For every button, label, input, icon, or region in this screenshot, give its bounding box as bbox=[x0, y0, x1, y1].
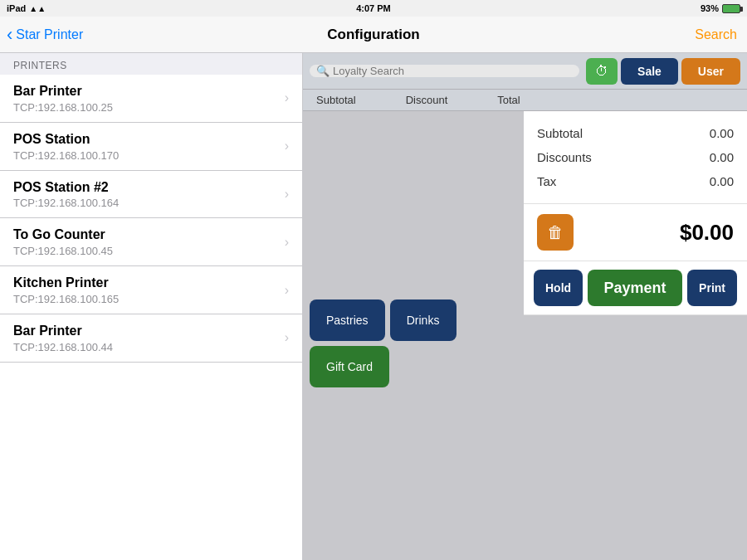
printer-address: TCP:192.168.100.164 bbox=[13, 197, 285, 209]
device-label: iPad bbox=[7, 3, 26, 13]
right-panel: 🔍 ⏱ Sale User Subtotal Discount Total Pa… bbox=[303, 53, 747, 560]
right-bottom bbox=[524, 315, 747, 560]
subtotal-label: Subtotal bbox=[537, 126, 583, 140]
sale-button[interactable]: Sale bbox=[621, 58, 678, 85]
subtotal-row: Subtotal 0.00 bbox=[537, 121, 734, 145]
wifi-icon: ▲▲ bbox=[29, 4, 46, 13]
printer-name: POS Station #2 bbox=[13, 179, 285, 197]
printers-section-header: PRINTERS bbox=[0, 53, 302, 75]
tax-value: 0.00 bbox=[710, 174, 734, 188]
total-row: 🗑 $0.00 bbox=[524, 204, 747, 261]
status-time: 4:07 PM bbox=[356, 3, 391, 13]
list-item[interactable]: To Go Counter TCP:192.168.100.45 › bbox=[0, 218, 302, 266]
search-button[interactable]: Search bbox=[695, 27, 737, 42]
col-discount: Discount bbox=[406, 94, 448, 106]
status-bar: iPad ▲▲ 4:07 PM 93% bbox=[0, 0, 747, 17]
printer-address: TCP:192.168.100.170 bbox=[13, 149, 285, 162]
list-item-content: Bar Printer TCP:192.168.100.25 bbox=[13, 83, 285, 114]
category-button-giftcard[interactable]: Gift Card bbox=[310, 346, 389, 387]
list-item[interactable]: POS Station TCP:192.168.100.170 › bbox=[0, 123, 302, 171]
main-layout: PRINTERS Bar Printer TCP:192.168.100.25 … bbox=[0, 53, 747, 560]
list-item[interactable]: Bar Printer TCP:192.168.100.44 › bbox=[0, 314, 302, 363]
loyalty-search-bar[interactable]: 🔍 bbox=[310, 65, 579, 77]
printer-address: TCP:192.168.100.45 bbox=[13, 245, 285, 257]
chevron-icon: › bbox=[285, 90, 289, 105]
nav-left: ‹ Star Printer bbox=[0, 26, 149, 44]
discounts-label: Discounts bbox=[537, 150, 592, 164]
action-row: Hold Payment Print bbox=[524, 261, 747, 315]
trash-button[interactable]: 🗑 bbox=[537, 214, 574, 251]
printer-name: POS Station bbox=[13, 131, 285, 149]
clock-button[interactable]: ⏱ bbox=[586, 58, 618, 85]
printer-name: Kitchen Printer bbox=[13, 275, 285, 292]
search-icon: 🔍 bbox=[316, 65, 330, 77]
chevron-icon: › bbox=[285, 139, 289, 153]
loyalty-search-input[interactable] bbox=[333, 65, 573, 77]
column-headers: Subtotal Discount Total bbox=[303, 90, 747, 111]
discounts-value: 0.00 bbox=[710, 150, 734, 164]
printer-name: Bar Printer bbox=[13, 83, 285, 100]
printer-name: To Go Counter bbox=[13, 226, 285, 244]
printer-name: Bar Printer bbox=[13, 323, 285, 340]
status-right: 93% bbox=[701, 3, 740, 13]
battery-label: 93% bbox=[701, 3, 719, 13]
category-button-pastries[interactable]: Pastries bbox=[310, 299, 385, 341]
status-left: iPad ▲▲ bbox=[7, 3, 46, 13]
print-button[interactable]: Print bbox=[687, 270, 737, 306]
col-total: Total bbox=[497, 94, 520, 106]
nav-bar: ‹ Star Printer Configuration Search bbox=[0, 17, 747, 53]
subtotal-value: 0.00 bbox=[710, 126, 734, 140]
summary-rows: Subtotal 0.00 Discounts 0.00 Tax 0.00 bbox=[524, 111, 747, 204]
printers-list: Bar Printer TCP:192.168.100.25 › POS Sta… bbox=[0, 75, 302, 560]
back-arrow-icon: ‹ bbox=[7, 26, 12, 44]
list-item-content: POS Station TCP:192.168.100.170 bbox=[13, 131, 285, 162]
order-area: Pastries Drinks Gift Card bbox=[303, 111, 523, 560]
printer-address: TCP:192.168.100.25 bbox=[13, 101, 285, 114]
battery-icon bbox=[722, 4, 740, 13]
summary-panel: Subtotal 0.00 Discounts 0.00 Tax 0.00 bbox=[523, 111, 747, 560]
nav-title: Configuration bbox=[299, 27, 448, 43]
nav-right: Search bbox=[695, 27, 747, 42]
printer-address: TCP:192.168.100.165 bbox=[13, 293, 285, 305]
chevron-icon: › bbox=[285, 330, 289, 345]
chevron-icon: › bbox=[285, 187, 289, 202]
chevron-icon: › bbox=[285, 283, 289, 298]
list-item[interactable]: Bar Printer TCP:192.168.100.25 › bbox=[0, 75, 302, 123]
category-bar: Pastries Drinks Gift Card bbox=[303, 293, 523, 394]
list-item[interactable]: Kitchen Printer TCP:192.168.100.165 › bbox=[0, 266, 302, 314]
discounts-row: Discounts 0.00 bbox=[537, 145, 734, 169]
right-content: Pastries Drinks Gift Card Subtotal 0.00 bbox=[303, 111, 747, 560]
left-panel: PRINTERS Bar Printer TCP:192.168.100.25 … bbox=[0, 53, 303, 560]
hold-button[interactable]: Hold bbox=[534, 270, 583, 306]
total-amount: $0.00 bbox=[582, 220, 734, 246]
clock-icon: ⏱ bbox=[595, 64, 608, 79]
chevron-icon: › bbox=[285, 235, 289, 250]
trash-icon: 🗑 bbox=[547, 223, 564, 242]
tax-row: Tax 0.00 bbox=[537, 169, 734, 193]
col-subtotal: Subtotal bbox=[316, 94, 356, 106]
list-item-content: Bar Printer TCP:192.168.100.44 bbox=[13, 323, 285, 353]
right-top-bar: 🔍 ⏱ Sale User bbox=[303, 53, 747, 90]
tax-label: Tax bbox=[537, 174, 556, 188]
user-button[interactable]: User bbox=[681, 58, 740, 85]
printer-address: TCP:192.168.100.44 bbox=[13, 341, 285, 353]
payment-button[interactable]: Payment bbox=[588, 270, 682, 306]
category-button-drinks[interactable]: Drinks bbox=[390, 299, 456, 341]
back-button[interactable]: Star Printer bbox=[16, 27, 83, 42]
list-item-content: Kitchen Printer TCP:192.168.100.165 bbox=[13, 275, 285, 305]
list-item[interactable]: POS Station #2 TCP:192.168.100.164 › bbox=[0, 171, 302, 219]
list-item-content: To Go Counter TCP:192.168.100.45 bbox=[13, 226, 285, 257]
list-item-content: POS Station #2 TCP:192.168.100.164 bbox=[13, 179, 285, 210]
